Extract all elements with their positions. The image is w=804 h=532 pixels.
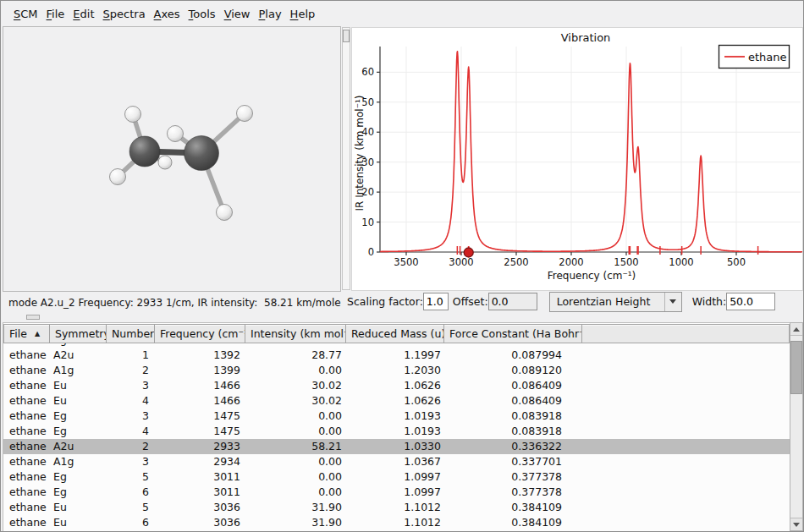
cell: 3036 — [157, 500, 248, 515]
menu-item-file[interactable]: File — [42, 4, 69, 24]
menu-item-scm[interactable]: SCM — [9, 4, 42, 24]
cell: Eg — [50, 469, 107, 485]
cell: 28.77 — [248, 348, 350, 363]
cell: 30.02 — [248, 393, 350, 409]
lineshape-dropdown[interactable]: Lorentzian Height — [549, 292, 682, 312]
cell: 0.377378 — [449, 469, 587, 485]
x-tick-label: 1500 — [614, 256, 638, 268]
table-scrollbar-thumb[interactable] — [790, 341, 802, 394]
hydrogen-atom — [110, 169, 126, 185]
y-tick-label: 10 — [361, 217, 374, 228]
cell: 4 — [107, 424, 157, 439]
molecule-viewport[interactable] — [3, 26, 341, 292]
menu-item-play[interactable]: Play — [254, 4, 285, 24]
hydrogen-atom — [217, 205, 233, 221]
cell: ethane — [3, 424, 50, 439]
splitter-handle[interactable] — [26, 315, 40, 320]
menu-item-tools[interactable]: Tools — [184, 4, 220, 24]
cell: ethane — [3, 469, 50, 485]
table-vertical-scrollbar[interactable] — [790, 322, 803, 531]
cell: ethane — [3, 515, 50, 530]
column-header-reduced[interactable]: Reduced Mass (u) — [345, 324, 444, 343]
column-header-number[interactable]: Number — [106, 324, 155, 343]
table-row[interactable]: ethaneA2u2293358.211.03300.336322 — [3, 439, 790, 454]
x-tick-label: 3000 — [449, 256, 473, 268]
width-input[interactable] — [726, 293, 775, 310]
cell: 0.384109 — [449, 500, 587, 515]
y-axis-label: IR Intensity (km mol⁻¹) — [354, 95, 366, 211]
table-row[interactable]: ethaneEu5303631.901.10120.384109 — [3, 500, 790, 515]
cell: 1.0193 — [350, 409, 449, 424]
cell: 2 — [107, 363, 157, 378]
y-tick-label: 60 — [361, 66, 374, 78]
cell: 1.1012 — [350, 515, 449, 530]
cell: ethane — [3, 363, 50, 378]
cell: 1.2030 — [350, 363, 449, 378]
column-header-symmetry[interactable]: Symmetry — [49, 324, 107, 343]
selected-mode-marker[interactable] — [464, 248, 473, 257]
table-row[interactable]: ethaneA1g213990.001.20300.089120 — [3, 363, 790, 378]
cell: 1 — [107, 348, 157, 363]
modes-table: File▲SymmetryNumberFrequency (cm⁻¹)Inten… — [3, 322, 790, 531]
offset-input[interactable] — [488, 293, 537, 310]
menu-item-axes[interactable]: Axes — [150, 4, 184, 24]
cell: 1.0997 — [350, 485, 449, 500]
column-header-intensity[interactable]: Intensity (km mol⁻¹) — [245, 324, 346, 343]
spectrum-chart[interactable]: 3500300025002000150010005000102030405060… — [351, 27, 803, 291]
column-header-force[interactable]: Force Constant (Ha Bohr⁻²) — [443, 324, 582, 343]
cell: 0.087994 — [449, 348, 587, 363]
menu-item-help[interactable]: Help — [286, 4, 320, 24]
column-header-file[interactable]: File▲ — [3, 324, 50, 343]
table-row[interactable]: ethaneA1g329340.001.03670.337701 — [3, 454, 790, 469]
cell: 1466 — [157, 393, 248, 409]
hydrogen-atom — [237, 106, 253, 122]
cell: 0.086409 — [449, 378, 587, 393]
offset-label: Offset: — [453, 295, 488, 308]
column-header-filler — [581, 324, 790, 343]
cell: 0.384109 — [449, 515, 587, 530]
cell: ethane — [3, 409, 50, 424]
cell: A1g — [50, 454, 107, 469]
cell: 1475 — [157, 424, 248, 439]
menu-item-edit[interactable]: Edit — [69, 4, 98, 24]
table-row[interactable]: ethaneEu6303631.901.10120.384109 — [3, 515, 790, 530]
scaling-factor-input[interactable] — [423, 293, 449, 310]
carbon-atom — [184, 136, 219, 171]
cell: 3 — [107, 409, 157, 424]
dropdown-arrow-icon — [664, 293, 681, 311]
table-header-row: File▲SymmetryNumberFrequency (cm⁻¹)Inten… — [3, 324, 790, 343]
table-row[interactable]: ethaneEu4146630.021.06260.086409 — [3, 393, 790, 409]
chart-scrollbar-handle[interactable] — [343, 30, 350, 42]
cell: Eu — [50, 393, 107, 409]
table-row[interactable]: ethaneEu3146630.021.06260.086409 — [3, 378, 790, 393]
cell: 0.00 — [248, 469, 350, 485]
table-row[interactable]: ethaneEg314750.001.01930.083918 — [3, 409, 790, 424]
cell: 2934 — [157, 454, 248, 469]
column-header-frequency[interactable]: Frequency (cm⁻¹) — [154, 324, 245, 343]
scaling-factor-label: Scaling factor: — [347, 295, 423, 308]
table-row[interactable]: ethaneA2u1139228.771.19970.087994 — [3, 348, 790, 363]
down-arrow-icon — [793, 523, 800, 527]
menu-bar: SCMFileEditSpectraAxesToolsViewPlayHelp — [1, 1, 803, 26]
cell: 6 — [107, 515, 157, 530]
scroll-down-button[interactable] — [790, 518, 802, 530]
cell: 2933 — [157, 439, 248, 454]
menu-item-view[interactable]: View — [220, 4, 255, 24]
table-row[interactable]: ethaneEg630110.001.09970.377378 — [3, 485, 790, 500]
cell: Eu — [50, 515, 107, 530]
up-arrow-icon — [793, 327, 800, 332]
hydrogen-atom — [168, 126, 184, 142]
cell: A2u — [50, 439, 107, 454]
scroll-up-button[interactable] — [790, 323, 802, 336]
menu-item-spectra[interactable]: Spectra — [99, 4, 150, 24]
cell: 0.00 — [248, 424, 350, 439]
chart-vertical-scrollbar[interactable] — [342, 27, 350, 290]
table-row[interactable]: ethaneEg414750.001.01930.083918 — [3, 424, 790, 439]
cell: 1.0626 — [350, 378, 449, 393]
cell: 1.0193 — [350, 424, 449, 439]
cell: Eu — [50, 500, 107, 515]
cell: Eu — [50, 378, 107, 393]
cell: A1g — [50, 363, 107, 378]
cell: Eg — [50, 409, 107, 424]
table-row[interactable]: ethaneEg530110.001.09970.377378 — [3, 469, 790, 485]
